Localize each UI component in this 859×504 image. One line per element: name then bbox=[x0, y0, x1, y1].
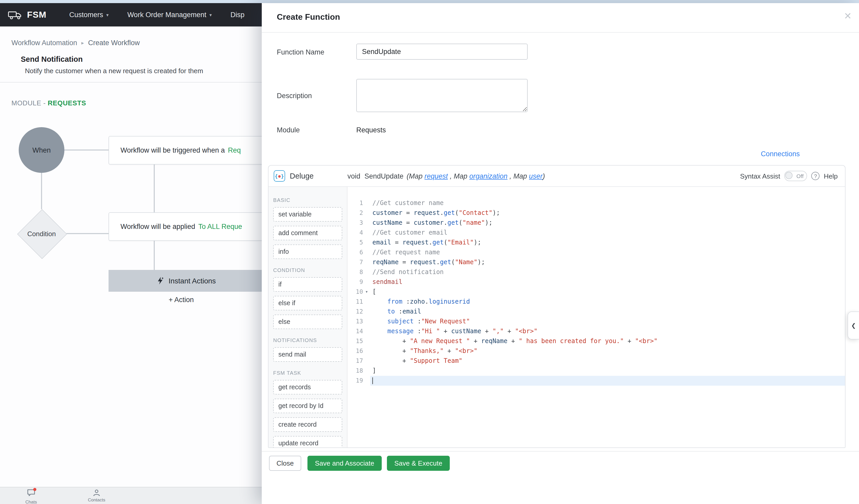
nav-item-customers[interactable]: Customers▾ bbox=[60, 11, 118, 19]
connections-link[interactable]: Connections bbox=[761, 150, 800, 158]
fold-slot bbox=[363, 346, 370, 356]
applied-value[interactable]: To ALL Reque bbox=[198, 223, 242, 230]
collapse-chevron-button[interactable]: ❮ bbox=[847, 311, 859, 339]
contacts-label: Contacts bbox=[88, 497, 105, 502]
snippet-get-record-by-id[interactable]: get record by Id bbox=[273, 399, 342, 413]
param-type: Map bbox=[513, 172, 527, 180]
close-button[interactable]: Close bbox=[269, 456, 301, 471]
nav-item-work-order-management[interactable]: Work Order Management▾ bbox=[118, 11, 221, 19]
help-icon[interactable]: ? bbox=[812, 172, 820, 180]
code-line[interactable]: 18] bbox=[347, 366, 845, 376]
code-line[interactable]: 19 bbox=[347, 376, 845, 386]
code-line[interactable]: 11 from :zoho.loginuserid bbox=[347, 297, 845, 307]
code-text: + "Support Team" bbox=[370, 356, 845, 366]
snippet-if[interactable]: if bbox=[273, 277, 342, 292]
code-text: + "Thanks," + "<br>" bbox=[370, 346, 845, 356]
line-number: 18 bbox=[347, 366, 363, 376]
instant-actions-bar[interactable]: Instant Actions bbox=[108, 270, 263, 292]
save-and-execute-button[interactable]: Save & Execute bbox=[387, 456, 450, 471]
code-text: custName = customer.get("name"); bbox=[370, 218, 845, 228]
trigger-value[interactable]: Req bbox=[228, 147, 241, 154]
snippet-update-record[interactable]: update record bbox=[273, 436, 342, 448]
code-line[interactable]: 17 + "Support Team" bbox=[347, 356, 845, 366]
line-number: 8 bbox=[347, 267, 363, 277]
fold-toggle-icon[interactable]: ▾ bbox=[363, 287, 370, 297]
lightning-bolt-icon bbox=[157, 277, 164, 285]
toggle-knob-icon bbox=[785, 172, 793, 179]
code-line[interactable]: 16 + "Thanks," + "<br>" bbox=[347, 346, 845, 356]
code-line[interactable]: 1//Get customer name bbox=[347, 198, 845, 208]
close-icon[interactable]: ✕ bbox=[844, 12, 852, 21]
function-name-input[interactable] bbox=[356, 44, 528, 60]
connector-line bbox=[66, 233, 108, 234]
workflow-when-node[interactable]: When bbox=[19, 127, 64, 173]
snippet-get-records[interactable]: get records bbox=[273, 380, 342, 395]
fold-slot bbox=[363, 317, 370, 326]
fold-slot bbox=[363, 238, 370, 248]
code-text: customer = request.get("Contact"); bbox=[370, 208, 845, 218]
breadcrumb-workflow-automation[interactable]: Workflow Automation bbox=[12, 39, 77, 47]
code-text: message :"Hi " + custName + "," + "<br>" bbox=[370, 326, 845, 336]
brand[interactable]: FSM bbox=[0, 10, 54, 20]
connector-line bbox=[154, 164, 155, 212]
syntax-assist-toggle[interactable]: Off bbox=[784, 171, 807, 181]
breadcrumb: Workflow Automation ▸ Create Workflow bbox=[12, 39, 140, 47]
snippet-send-mail[interactable]: send mail bbox=[273, 347, 342, 362]
code-line[interactable]: 7reqName = request.get("Name"); bbox=[347, 257, 845, 267]
code-text: //Get customer email bbox=[370, 228, 845, 238]
fold-slot bbox=[363, 257, 370, 267]
code-line[interactable]: 9sendmail bbox=[347, 277, 845, 287]
signature-return-type: void bbox=[347, 172, 360, 180]
snippet-create-record[interactable]: create record bbox=[273, 417, 342, 432]
param-link-request[interactable]: request bbox=[425, 172, 448, 180]
code-line[interactable]: 15 + "A new Request " + reqName + " has … bbox=[347, 336, 845, 346]
code-text: //Get customer name bbox=[370, 198, 845, 208]
description-input[interactable] bbox=[356, 79, 528, 112]
add-action-button[interactable]: + Action bbox=[108, 296, 254, 304]
code-line[interactable]: 3custName = customer.get("name"); bbox=[347, 218, 845, 228]
deluge-logo-icon: {●} bbox=[274, 170, 285, 182]
fold-slot bbox=[363, 267, 370, 277]
snippet-add-comment[interactable]: add comment bbox=[273, 226, 342, 240]
help-link[interactable]: Help bbox=[824, 172, 838, 180]
code-line[interactable]: 4//Get customer email bbox=[347, 228, 845, 238]
workflow-applied-card[interactable]: Workflow will be applied To ALL Reque bbox=[108, 212, 263, 241]
code-editor[interactable]: 1//Get customer name2customer = request.… bbox=[347, 187, 845, 448]
line-number: 11 bbox=[347, 297, 363, 307]
editor-brand: Deluge bbox=[290, 172, 314, 180]
workflow-trigger-card[interactable]: Workflow will be triggered when a Req bbox=[108, 136, 263, 165]
module-field-label: Module bbox=[277, 126, 300, 134]
code-line[interactable]: 2customer = request.get("Contact"); bbox=[347, 208, 845, 218]
param-link-user[interactable]: user bbox=[529, 172, 543, 180]
code-line[interactable]: 10▾[ bbox=[347, 287, 845, 297]
snippet-set-variable[interactable]: set variable bbox=[273, 207, 342, 222]
code-line[interactable]: 12 to :email bbox=[347, 307, 845, 317]
code-text: + "A new Request " + reqName + " has bee… bbox=[370, 336, 845, 346]
snippet-else-if[interactable]: else if bbox=[273, 296, 342, 310]
nav-menu: Customers▾Work Order Management▾Disp bbox=[60, 11, 254, 19]
fold-slot bbox=[363, 307, 370, 317]
divider bbox=[262, 32, 859, 33]
code-line[interactable]: 5email = request.get("Email"); bbox=[347, 238, 845, 248]
sidebar-section-label: CONDITION bbox=[273, 267, 342, 273]
line-number: 10 bbox=[347, 287, 363, 297]
code-line[interactable]: 8//Send notification bbox=[347, 267, 845, 277]
code-line[interactable]: 6//Get request name bbox=[347, 248, 845, 257]
fold-slot bbox=[363, 356, 370, 366]
param-link-organization[interactable]: organization bbox=[469, 172, 508, 180]
chats-button[interactable]: Chats bbox=[16, 489, 47, 504]
page-subtitle: Notify the customer when a new request i… bbox=[25, 67, 203, 75]
editor-header: {●} Deluge voidSendUpdate(Map request , … bbox=[269, 166, 845, 187]
snippet-else[interactable]: else bbox=[273, 315, 342, 329]
save-and-associate-button[interactable]: Save and Associate bbox=[307, 456, 382, 471]
code-line[interactable]: 14 message :"Hi " + custName + "," + "<b… bbox=[347, 326, 845, 336]
brand-name: FSM bbox=[27, 10, 46, 20]
code-line[interactable]: 13 subject :"New Request" bbox=[347, 317, 845, 326]
nav-item-disp[interactable]: Disp bbox=[221, 11, 254, 19]
line-number: 6 bbox=[347, 248, 363, 257]
contacts-button[interactable]: Contacts bbox=[81, 489, 112, 502]
snippet-info[interactable]: info bbox=[273, 244, 342, 259]
create-function-dialog: Create Function ✕ Function Name Descript… bbox=[262, 3, 859, 504]
breadcrumb-separator-icon: ▸ bbox=[81, 40, 84, 46]
deluge-editor: {●} Deluge voidSendUpdate(Map request , … bbox=[268, 165, 845, 448]
